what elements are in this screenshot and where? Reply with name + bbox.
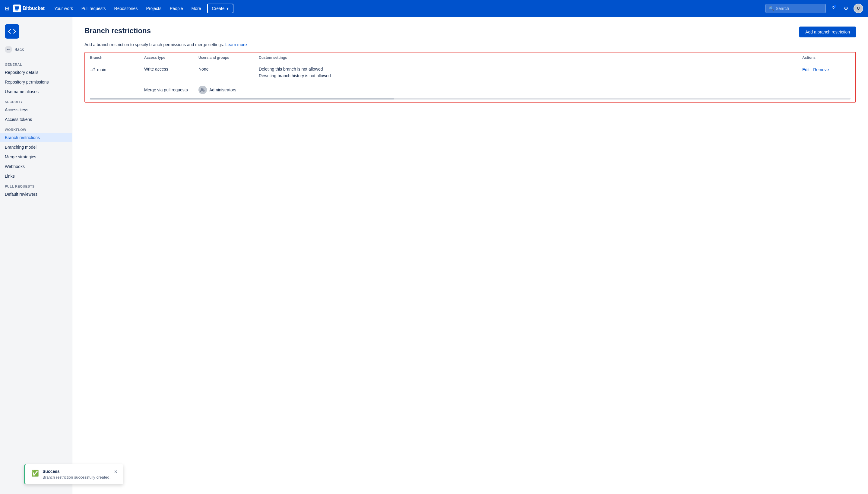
scrollbar-row[interactable]: [85, 98, 855, 102]
group-cell: Administrators: [198, 86, 259, 94]
main-nav: Your work Pull requests Repositories Pro…: [51, 4, 233, 13]
gear-icon: ⚙: [844, 5, 848, 12]
group-icon: [198, 86, 207, 94]
toast-title: Success: [42, 469, 110, 474]
sidebar-item-default-reviewers[interactable]: Default reviewers: [0, 189, 72, 199]
nav-more[interactable]: More: [188, 4, 205, 13]
users-groups-write: None: [198, 66, 259, 72]
nav-repositories[interactable]: Repositories: [111, 4, 141, 13]
toast-message: Branch restriction successfully created.: [42, 475, 110, 479]
toast-content: Success Branch restriction successfully …: [42, 469, 110, 479]
add-branch-restriction-button[interactable]: Add a branch restriction: [799, 26, 856, 37]
search-box[interactable]: 🔍: [766, 4, 826, 13]
branch-cell: ⎇ main: [90, 66, 144, 72]
main-content: Branch restrictions Add a branch restric…: [72, 17, 868, 494]
back-button[interactable]: ← Back: [0, 43, 72, 56]
chevron-down-icon: ▾: [227, 6, 229, 11]
sidebar-item-repo-details[interactable]: Repository details: [0, 68, 72, 77]
sidebar-item-webhooks[interactable]: Webhooks: [0, 162, 72, 171]
sidebar-item-access-tokens[interactable]: Access tokens: [0, 115, 72, 124]
table-header: Branch Access type Users and groups Cust…: [85, 53, 855, 63]
nav-your-work[interactable]: Your work: [51, 4, 77, 13]
sidebar: ← Back GENERAL Repository details Reposi…: [0, 17, 72, 494]
custom-setting-2: Rewriting branch history is not allowed: [259, 73, 802, 78]
col-custom-settings: Custom settings: [259, 56, 802, 60]
section-label-pull-requests: PULL REQUESTS: [0, 181, 72, 189]
sidebar-item-branching-model[interactable]: Branching model: [0, 142, 72, 152]
page-header: Branch restrictions Add a branch restric…: [84, 26, 856, 37]
access-type-merge: Merge via pull requests: [144, 88, 198, 92]
access-type-write: Write access: [144, 66, 198, 72]
page-title: Branch restrictions: [84, 26, 151, 35]
col-users-groups: Users and groups: [198, 56, 259, 60]
scrollbar-track: [90, 98, 850, 99]
navbar: ⊞ Bitbucket Your work Pull requests Repo…: [0, 0, 868, 17]
sidebar-item-access-keys[interactable]: Access keys: [0, 105, 72, 115]
custom-settings-cell: Deleting this branch is not allowed Rewr…: [259, 66, 802, 78]
help-button[interactable]: ?: [828, 3, 838, 14]
toast-notification: ✅ Success Branch restriction successfull…: [24, 464, 123, 484]
logo-icon: [13, 4, 21, 12]
toast-success-icon: ✅: [31, 470, 39, 477]
remove-link[interactable]: Remove: [813, 67, 829, 72]
restrictions-table: Branch Access type Users and groups Cust…: [84, 52, 856, 102]
col-access-type: Access type: [144, 56, 198, 60]
nav-pull-requests[interactable]: Pull requests: [78, 4, 110, 13]
create-button[interactable]: Create ▾: [207, 4, 233, 13]
back-icon: ←: [5, 46, 12, 53]
section-label-security: SECURITY: [0, 96, 72, 105]
section-label-general: GENERAL: [0, 59, 72, 68]
sidebar-item-merge-strategies[interactable]: Merge strategies: [0, 152, 72, 162]
search-input[interactable]: [776, 6, 818, 11]
col-actions: Actions: [802, 56, 850, 60]
repo-icon: [5, 24, 19, 39]
svg-point-0: [201, 88, 203, 90]
sidebar-item-links[interactable]: Links: [0, 171, 72, 181]
section-label-workflow: WORKFLOW: [0, 124, 72, 133]
edit-link[interactable]: Edit: [802, 67, 810, 72]
table-row: ⎇ main Write access None Deleting this b…: [85, 63, 855, 82]
col-branch: Branch: [90, 56, 144, 60]
avatar[interactable]: U: [853, 4, 863, 13]
nav-people[interactable]: People: [166, 4, 187, 13]
nav-projects[interactable]: Projects: [142, 4, 165, 13]
merge-row: Merge via pull requests Administrators: [85, 82, 855, 98]
sidebar-item-branch-restrictions[interactable]: Branch restrictions: [0, 133, 72, 142]
search-icon: 🔍: [769, 6, 774, 11]
group-name: Administrators: [209, 88, 236, 92]
custom-setting-1: Deleting this branch is not allowed: [259, 66, 802, 72]
branch-icon: ⎇: [90, 66, 95, 72]
back-label: Back: [15, 47, 24, 52]
settings-button[interactable]: ⚙: [841, 3, 851, 14]
logo[interactable]: Bitbucket: [13, 4, 45, 12]
actions-cell: Edit Remove: [802, 66, 850, 72]
branch-name: main: [97, 67, 106, 72]
learn-more-link[interactable]: Learn more: [225, 42, 247, 47]
page-description: Add a branch restriction to specify bran…: [84, 42, 856, 47]
sidebar-item-username-aliases[interactable]: Username aliases: [0, 87, 72, 96]
toast-close-button[interactable]: ×: [114, 469, 117, 474]
scrollbar-thumb: [90, 98, 394, 99]
app-layout: ← Back GENERAL Repository details Reposi…: [0, 17, 868, 494]
sidebar-item-repo-permissions[interactable]: Repository permissions: [0, 77, 72, 87]
grid-icon[interactable]: ⊞: [5, 5, 9, 12]
